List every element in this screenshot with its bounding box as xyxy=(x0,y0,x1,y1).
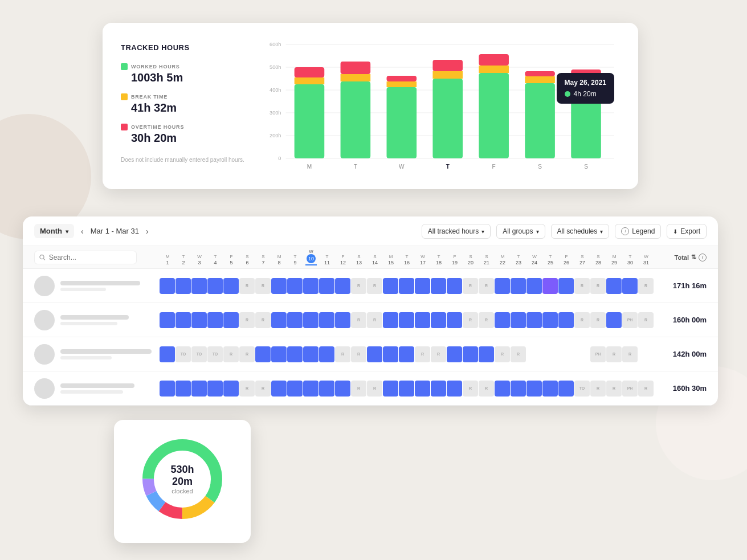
day-cell[interactable]: R xyxy=(574,312,590,328)
day-cell[interactable] xyxy=(415,278,430,294)
day-cell[interactable] xyxy=(447,381,462,397)
day-cell[interactable] xyxy=(271,381,287,397)
day-cell[interactable]: R xyxy=(463,381,478,397)
day-cell[interactable] xyxy=(319,381,334,397)
day-cell[interactable]: R xyxy=(351,381,366,397)
day-cell[interactable]: TO xyxy=(207,346,223,362)
day-cell[interactable] xyxy=(415,312,430,328)
day-cell[interactable] xyxy=(287,312,303,328)
all-tracked-hours-button[interactable]: All tracked hours xyxy=(422,224,491,239)
day-cell[interactable] xyxy=(207,381,223,397)
day-cell[interactable]: R xyxy=(239,346,255,362)
day-cell[interactable] xyxy=(431,312,446,328)
day-cell[interactable] xyxy=(399,278,414,294)
day-cell[interactable]: TO xyxy=(175,346,191,362)
day-cell[interactable]: R xyxy=(606,346,622,362)
day-cell[interactable] xyxy=(383,346,398,362)
day-cell[interactable]: R xyxy=(367,278,382,294)
day-cell[interactable]: R xyxy=(511,346,526,362)
day-cell[interactable] xyxy=(606,278,622,294)
day-cell[interactable]: R xyxy=(479,381,494,397)
day-cell[interactable] xyxy=(223,278,239,294)
day-cell[interactable]: R xyxy=(638,381,654,397)
sort-icon[interactable] xyxy=(691,254,696,261)
day-cell[interactable]: TO xyxy=(574,381,590,397)
day-cell[interactable] xyxy=(622,278,638,294)
day-cell[interactable] xyxy=(447,346,462,362)
day-cell[interactable]: R xyxy=(463,278,478,294)
day-cell[interactable] xyxy=(399,346,414,362)
day-cell[interactable] xyxy=(287,381,303,397)
day-cell[interactable] xyxy=(335,312,350,328)
all-schedules-button[interactable]: All schedules xyxy=(551,224,610,239)
legend-button[interactable]: i Legend xyxy=(615,224,661,239)
day-cell[interactable]: R xyxy=(479,278,494,294)
day-cell[interactable]: R xyxy=(622,346,638,362)
day-cell[interactable]: R xyxy=(590,312,606,328)
day-cell[interactable] xyxy=(447,312,462,328)
day-cell[interactable]: R xyxy=(431,346,446,362)
day-cell[interactable] xyxy=(207,312,223,328)
day-cell[interactable] xyxy=(558,346,574,362)
day-cell[interactable] xyxy=(542,278,558,294)
day-cell[interactable]: R xyxy=(223,346,239,362)
day-cell[interactable] xyxy=(431,381,446,397)
day-cell[interactable] xyxy=(335,381,350,397)
day-cell[interactable] xyxy=(606,312,622,328)
day-cell[interactable] xyxy=(526,381,542,397)
day-cell[interactable]: R xyxy=(351,278,366,294)
day-cell[interactable] xyxy=(526,346,542,362)
day-cell[interactable] xyxy=(574,346,590,362)
day-cell[interactable] xyxy=(447,278,462,294)
day-cell[interactable] xyxy=(526,312,542,328)
day-cell[interactable] xyxy=(271,346,287,362)
day-cell[interactable] xyxy=(431,278,446,294)
day-cell[interactable] xyxy=(415,381,430,397)
day-cell[interactable]: PH xyxy=(622,381,638,397)
day-cell[interactable]: R xyxy=(367,381,382,397)
all-groups-button[interactable]: All groups xyxy=(496,224,545,239)
day-cell[interactable] xyxy=(287,278,303,294)
day-cell[interactable] xyxy=(511,278,526,294)
day-cell[interactable] xyxy=(399,381,414,397)
day-cell[interactable] xyxy=(207,278,223,294)
day-cell[interactable]: PH xyxy=(622,312,638,328)
day-cell[interactable] xyxy=(335,278,350,294)
day-cell[interactable] xyxy=(303,381,319,397)
day-cell[interactable] xyxy=(495,381,510,397)
day-cell[interactable] xyxy=(367,346,382,362)
day-cell[interactable] xyxy=(542,312,558,328)
day-cell[interactable] xyxy=(160,346,175,362)
next-month-button[interactable]: › xyxy=(144,226,151,237)
day-cell[interactable]: R xyxy=(574,278,590,294)
day-cell[interactable] xyxy=(175,278,191,294)
day-cell[interactable] xyxy=(542,381,558,397)
day-cell[interactable]: R xyxy=(367,312,382,328)
day-cell[interactable] xyxy=(638,346,654,362)
day-cell[interactable] xyxy=(303,312,319,328)
day-cell[interactable] xyxy=(526,278,542,294)
prev-month-button[interactable]: ‹ xyxy=(79,226,86,237)
day-cell[interactable] xyxy=(495,312,510,328)
day-cell[interactable] xyxy=(160,278,175,294)
day-cell[interactable] xyxy=(558,381,574,397)
day-cell[interactable] xyxy=(223,381,239,397)
day-cell[interactable]: R xyxy=(335,346,350,362)
day-cell[interactable]: PH xyxy=(590,346,606,362)
day-cell[interactable]: R xyxy=(239,381,255,397)
day-cell[interactable] xyxy=(383,278,398,294)
day-cell[interactable] xyxy=(319,312,334,328)
day-cell[interactable] xyxy=(303,278,319,294)
day-cell[interactable] xyxy=(479,346,494,362)
day-cell[interactable]: R xyxy=(479,312,494,328)
day-cell[interactable] xyxy=(558,312,574,328)
day-cell[interactable] xyxy=(191,381,207,397)
day-cell[interactable] xyxy=(175,381,191,397)
day-cell[interactable]: R xyxy=(239,278,255,294)
day-cell[interactable] xyxy=(223,312,239,328)
month-selector[interactable]: Month xyxy=(34,224,74,238)
day-cell[interactable] xyxy=(383,312,398,328)
day-cell[interactable] xyxy=(495,278,510,294)
search-wrapper[interactable] xyxy=(34,251,137,264)
day-cell[interactable]: R xyxy=(415,346,430,362)
